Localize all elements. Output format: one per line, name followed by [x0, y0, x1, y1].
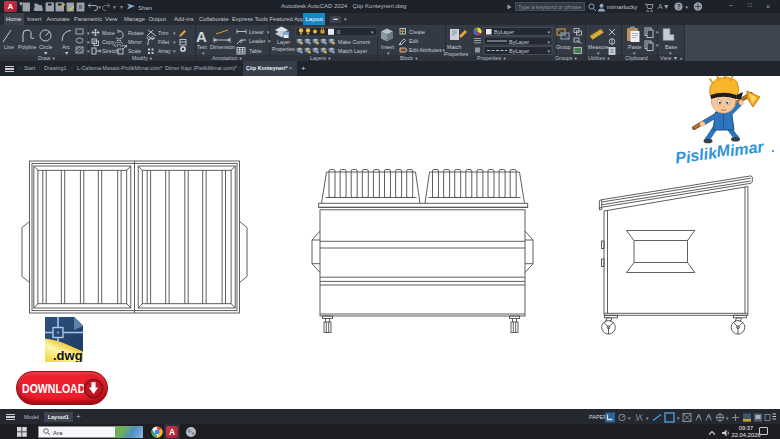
svg-text:Leader: Leader — [249, 38, 266, 44]
svg-text:Rotate: Rotate — [128, 30, 144, 36]
svg-text:Trim: Trim — [158, 30, 169, 36]
svg-text:Base: Base — [665, 44, 677, 50]
svg-text:.dwg: .dwg — [53, 348, 83, 363]
svg-text:Table: Table — [249, 48, 262, 54]
svg-text:A: A — [196, 28, 207, 45]
svg-text:Edit Attributes: Edit Attributes — [409, 47, 442, 53]
svg-text:▼: ▼ — [725, 416, 729, 421]
svg-text:Paste: Paste — [628, 44, 642, 50]
svg-text:▼: ▼ — [632, 51, 636, 56]
svg-text:Match: Match — [447, 44, 461, 50]
svg-text:▼: ▼ — [119, 4, 124, 10]
svg-text:0: 0 — [337, 29, 340, 35]
svg-text:Fillet: Fillet — [158, 39, 170, 45]
svg-text:▼: ▼ — [547, 30, 551, 35]
svg-text:ByLayer: ByLayer — [494, 29, 514, 35]
svg-text:Measure: Measure — [588, 44, 609, 50]
svg-text:Layer: Layer — [277, 39, 290, 45]
svg-text:▼: ▼ — [172, 49, 176, 54]
svg-text:▼: ▼ — [112, 4, 117, 10]
svg-text:?: ? — [677, 3, 681, 10]
svg-text:ByLayer: ByLayer — [509, 39, 529, 45]
svg-text:▼: ▼ — [172, 40, 176, 45]
svg-text:▼: ▼ — [172, 31, 176, 36]
svg-text:▼: ▼ — [64, 50, 69, 56]
svg-text:Linear: Linear — [249, 29, 264, 35]
svg-text:▼: ▼ — [547, 49, 551, 54]
svg-text:▼: ▼ — [86, 40, 90, 45]
svg-text:PislikMimar: PislikMimar — [674, 140, 765, 167]
svg-text:▼: ▼ — [386, 51, 390, 56]
svg-text:▼: ▼ — [655, 43, 659, 48]
svg-text:▼: ▼ — [97, 4, 102, 10]
svg-text:▼: ▼ — [676, 416, 680, 421]
svg-text:ByLayer: ByLayer — [509, 48, 529, 54]
svg-text:▼: ▼ — [645, 416, 649, 421]
svg-text:Line: Line — [4, 44, 14, 50]
svg-text:▼: ▼ — [267, 39, 271, 44]
svg-text:▼: ▼ — [547, 40, 551, 45]
svg-text:Scale: Scale — [128, 48, 141, 54]
svg-text:Create: Create — [409, 29, 425, 35]
svg-text:Insert: Insert — [381, 44, 395, 50]
svg-text:Edit: Edit — [409, 38, 419, 44]
svg-text:Properties: Properties — [444, 51, 468, 57]
svg-text:▼: ▼ — [370, 30, 374, 35]
svg-text:Polyline: Polyline — [18, 44, 37, 50]
svg-text:Dimension: Dimension — [210, 44, 235, 50]
svg-text:Match Layer: Match Layer — [338, 48, 367, 54]
svg-text:Move: Move — [102, 30, 115, 36]
svg-text:Make Current: Make Current — [338, 39, 371, 45]
svg-text:▼: ▼ — [86, 31, 90, 36]
svg-text:Stretch: Stretch — [102, 48, 119, 54]
svg-text:▼: ▼ — [685, 5, 689, 10]
svg-text:▼: ▼ — [266, 30, 270, 35]
svg-text:▼: ▼ — [655, 30, 659, 35]
svg-text:Copy: Copy — [102, 39, 115, 45]
svg-text:▼: ▼ — [86, 49, 90, 54]
svg-text:▼: ▼ — [627, 416, 631, 421]
svg-text:Mirror: Mirror — [128, 39, 142, 45]
svg-text:▼: ▼ — [43, 50, 48, 56]
svg-text:Text: Text — [197, 44, 207, 50]
svg-text:Group: Group — [556, 44, 571, 50]
svg-text:Properties: Properties — [272, 46, 295, 52]
svg-text:▼: ▼ — [668, 51, 672, 56]
svg-text:Share: Share — [138, 5, 152, 11]
svg-text:▼: ▼ — [201, 51, 205, 56]
svg-text:Array: Array — [158, 48, 171, 54]
svg-text:▼: ▼ — [596, 51, 600, 56]
